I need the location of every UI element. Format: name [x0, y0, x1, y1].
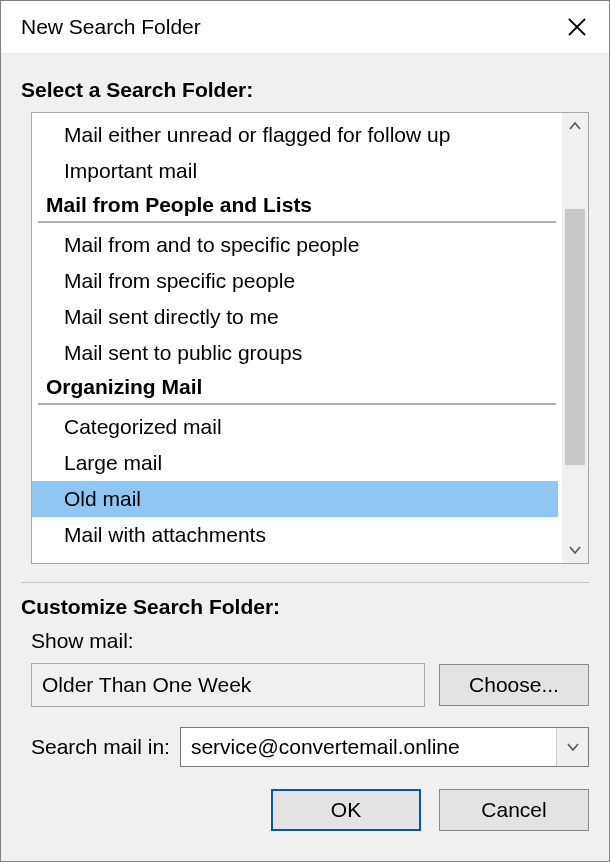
list-body: Mail either unread or flagged for follow…: [32, 113, 562, 563]
list-item[interactable]: Mail from specific people: [32, 263, 562, 299]
chevron-down-icon: [566, 740, 580, 754]
dropdown-arrow-button[interactable]: [556, 728, 588, 766]
scroll-down-button[interactable]: [562, 537, 588, 563]
list-item[interactable]: Old mail: [32, 481, 558, 517]
divider: [21, 582, 589, 583]
search-mail-in-label: Search mail in:: [31, 735, 170, 759]
list-item[interactable]: Mail sent directly to me: [32, 299, 562, 335]
show-mail-value: Older Than One Week: [31, 663, 425, 707]
close-icon: [567, 17, 587, 37]
close-button[interactable]: [559, 9, 595, 45]
customize-label: Customize Search Folder:: [21, 595, 589, 619]
titlebar: New Search Folder: [1, 1, 609, 54]
dialog-new-search-folder: New Search Folder Select a Search Folder…: [0, 0, 610, 862]
choose-button[interactable]: Choose...: [439, 664, 589, 706]
search-mail-in-dropdown[interactable]: service@convertemail.online: [180, 727, 589, 767]
select-folder-label: Select a Search Folder:: [21, 78, 589, 102]
list-item[interactable]: Mail sent to public groups: [32, 335, 562, 371]
dialog-buttons: OK Cancel: [21, 789, 589, 831]
list-item[interactable]: Mail with specific words: [32, 553, 562, 563]
cancel-button[interactable]: Cancel: [439, 789, 589, 831]
list-item[interactable]: Categorized mail: [32, 409, 562, 445]
list-group-header: Organizing Mail: [38, 371, 556, 405]
chevron-up-icon: [568, 119, 582, 133]
scroll-thumb[interactable]: [565, 209, 585, 465]
list-group-header: Mail from People and Lists: [38, 189, 556, 223]
dialog-content: Select a Search Folder: Mail either unre…: [1, 54, 609, 861]
scroll-up-button[interactable]: [562, 113, 588, 139]
dialog-title: New Search Folder: [21, 15, 201, 39]
list-item[interactable]: Mail with attachments: [32, 517, 562, 553]
list-item[interactable]: Large mail: [32, 445, 562, 481]
ok-button[interactable]: OK: [271, 789, 421, 831]
show-mail-label: Show mail:: [31, 629, 589, 653]
scrollbar[interactable]: [562, 113, 588, 563]
search-mail-row: Search mail in: service@convertemail.onl…: [31, 727, 589, 767]
list-item[interactable]: Mail from and to specific people: [32, 227, 562, 263]
list-item[interactable]: Important mail: [32, 153, 562, 189]
show-mail-row: Older Than One Week Choose...: [31, 663, 589, 707]
dropdown-value: service@convertemail.online: [181, 735, 556, 759]
chevron-down-icon: [568, 543, 582, 557]
folder-template-list[interactable]: Mail either unread or flagged for follow…: [31, 112, 589, 564]
customize-area: Customize Search Folder: Show mail: Olde…: [21, 589, 589, 831]
list-item[interactable]: Mail either unread or flagged for follow…: [32, 113, 562, 153]
